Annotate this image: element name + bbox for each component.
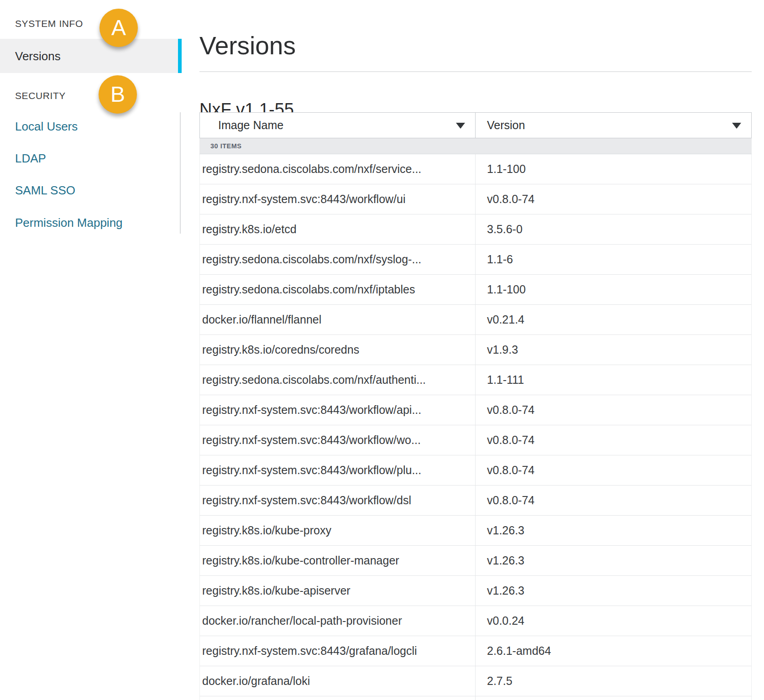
sidebar-item-versions-label: Versions	[15, 49, 61, 63]
callout-badge-b: B	[99, 75, 137, 114]
image-name-cell: registry.nxf-system.svc:8443/workflow/pl…	[200, 455, 476, 485]
image-name-cell: registry.nxf-system.svc:8443/workflow/ap…	[200, 395, 476, 425]
table-row-partial	[199, 696, 752, 700]
version-cell: v1.9.3	[476, 335, 751, 365]
image-name-cell: registry.nxf-system.svc:8443/workflow/ds…	[200, 486, 476, 515]
image-name-cell: registry.nxf-system.svc:8443/workflow/ui	[200, 184, 476, 214]
image-name-cell: registry.k8s.io/kube-controller-manager	[200, 546, 476, 575]
table-row: registry.k8s.io/kube-proxy v1.26.3	[199, 516, 752, 546]
table-row: docker.io/grafana/loki 2.7.5	[199, 666, 752, 696]
version-cell: v1.26.3	[476, 546, 751, 575]
image-name-cell	[200, 696, 476, 700]
image-name-cell: registry.sedona.ciscolabs.com/nxf/syslog…	[200, 245, 476, 274]
table-row: registry.nxf-system.svc:8443/workflow/ap…	[199, 395, 752, 425]
sidebar-item-saml-sso[interactable]: SAML SSO	[15, 183, 75, 198]
image-name-cell: registry.k8s.io/kube-proxy	[200, 516, 476, 545]
table-row: registry.nxf-system.svc:8443/workflow/pl…	[199, 455, 752, 486]
image-name-cell: registry.sedona.ciscolabs.com/nxf/iptabl…	[200, 275, 476, 304]
version-cell	[476, 696, 751, 700]
table-row: registry.k8s.io/kube-apiserver v1.26.3	[199, 576, 752, 606]
image-name-cell: registry.nxf-system.svc:8443/workflow/wo…	[200, 425, 476, 455]
items-count-label: 30 ITEMS	[210, 142, 241, 150]
sidebar-item-ldap[interactable]: LDAP	[15, 151, 46, 166]
table-row: registry.k8s.io/etcd 3.5.6-0	[199, 214, 752, 245]
version-cell: v1.26.3	[476, 516, 751, 545]
callout-badge-a: A	[99, 9, 138, 47]
sidebar-section-system-info: SYSTEM INFO	[15, 17, 83, 30]
version-cell: v0.8.0-74	[476, 486, 751, 515]
table-row: registry.nxf-system.svc:8443/workflow/ds…	[199, 486, 752, 516]
sidebar-item-permission-mapping[interactable]: Permission Mapping	[15, 215, 123, 230]
image-name-cell: registry.k8s.io/kube-apiserver	[200, 576, 476, 606]
version-cell: v0.0.24	[476, 606, 751, 636]
version-cell: 3.5.6-0	[476, 214, 751, 244]
table-row: registry.nxf-system.svc:8443/grafana/log…	[199, 636, 752, 666]
page-title: Versions	[199, 31, 296, 61]
image-name-cell: registry.sedona.ciscolabs.com/nxf/servic…	[200, 154, 476, 184]
version-cell: 2.6.1-amd64	[476, 636, 751, 666]
sidebar-item-versions[interactable]: Versions	[0, 39, 182, 73]
version-cell: v0.8.0-74	[476, 184, 751, 214]
version-cell: 1.1-6	[476, 245, 751, 274]
table-row: registry.sedona.ciscolabs.com/nxf/authen…	[199, 365, 752, 395]
table-row: registry.sedona.ciscolabs.com/nxf/syslog…	[199, 245, 752, 275]
version-cell: 1.1-100	[476, 154, 751, 184]
table-row: registry.nxf-system.svc:8443/workflow/ui…	[199, 184, 752, 214]
version-cell: v1.26.3	[476, 576, 751, 606]
version-cell: v0.8.0-74	[476, 425, 751, 455]
sort-arrow-icon	[456, 123, 465, 129]
title-divider	[199, 71, 752, 72]
version-cell: v0.21.4	[476, 305, 751, 334]
version-cell: 1.1-100	[476, 275, 751, 304]
version-cell: 2.7.5	[476, 666, 751, 696]
app: SYSTEM INFO A Versions SECURITY B Local …	[0, 0, 764, 700]
table-row: registry.nxf-system.svc:8443/workflow/wo…	[199, 425, 752, 455]
sidebar: SYSTEM INFO A Versions SECURITY B Local …	[0, 0, 182, 700]
table-row: registry.sedona.ciscolabs.com/nxf/iptabl…	[199, 275, 752, 305]
sort-arrow-icon	[732, 123, 741, 129]
image-name-cell: docker.io/flannel/flannel	[200, 305, 476, 334]
sidebar-item-local-users[interactable]: Local Users	[15, 119, 78, 134]
table-row: docker.io/flannel/flannel v0.21.4	[199, 305, 752, 335]
version-cell: v0.8.0-74	[476, 455, 751, 485]
image-name-cell: registry.k8s.io/coredns/coredns	[200, 335, 476, 365]
sidebar-divider	[180, 112, 181, 234]
version-cell: v0.8.0-74	[476, 395, 751, 425]
table-row: registry.k8s.io/kube-controller-manager …	[199, 546, 752, 576]
version-cell: 1.1-111	[476, 365, 751, 395]
column-header-version[interactable]: Version	[476, 113, 751, 138]
table-row: registry.sedona.ciscolabs.com/nxf/servic…	[199, 154, 752, 184]
active-item-accent-bar	[178, 39, 182, 73]
versions-table: Image Name Version 30 ITEMS registry.sed…	[199, 112, 752, 700]
table-row: docker.io/rancher/local-path-provisioner…	[199, 606, 752, 636]
image-name-cell: registry.k8s.io/etcd	[200, 214, 476, 244]
image-name-cell: registry.nxf-system.svc:8443/grafana/log…	[200, 636, 476, 666]
table-row: registry.k8s.io/coredns/coredns v1.9.3	[199, 335, 752, 365]
image-name-cell: docker.io/rancher/local-path-provisioner	[200, 606, 476, 636]
sidebar-section-security: SECURITY	[15, 89, 66, 102]
image-name-cell: registry.sedona.ciscolabs.com/nxf/authen…	[200, 365, 476, 395]
column-header-image-name-label: Image Name	[218, 119, 283, 132]
table-count-band: 30 ITEMS	[199, 138, 752, 154]
table-body: registry.sedona.ciscolabs.com/nxf/servic…	[199, 154, 752, 696]
column-header-version-label: Version	[487, 119, 525, 132]
column-header-image-name[interactable]: Image Name	[200, 113, 476, 138]
image-name-cell: docker.io/grafana/loki	[200, 666, 476, 696]
table-header-row: Image Name Version	[199, 112, 752, 138]
